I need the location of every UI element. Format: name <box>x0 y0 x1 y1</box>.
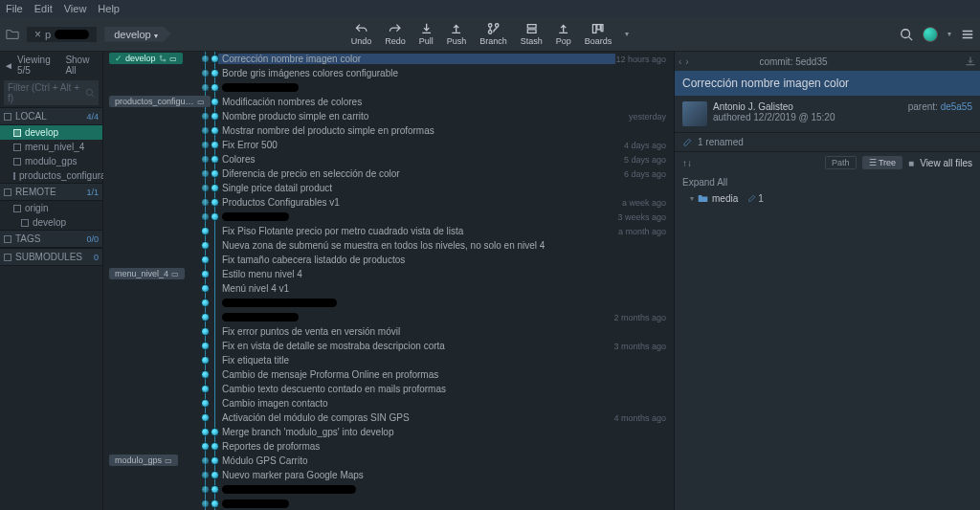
commit-list[interactable]: ✓develop ▭Corrección nombre imagen color… <box>103 52 674 510</box>
commit-row[interactable]: Cambio de mensaje Proforma Online en pro… <box>103 367 674 382</box>
sidebar-section-tags[interactable]: TAGS0/0 <box>0 230 102 248</box>
expand-all[interactable]: Expand All <box>675 173 980 191</box>
commit-message: Módulo GPS Carrito <box>218 455 674 466</box>
svg-rect-5 <box>602 25 604 32</box>
redo-button[interactable]: Redo <box>385 22 406 46</box>
sidebar-section-local[interactable]: LOCAL4/4 <box>0 107 102 125</box>
branch-tag[interactable]: ✓develop ▭ <box>109 53 183 64</box>
commit-row[interactable]: Fix error puntos de venta en versión móv… <box>103 324 674 339</box>
next-commit-icon[interactable]: › <box>685 56 688 67</box>
commit-time: 3 months ago <box>613 342 674 351</box>
branch-button[interactable]: Branch <box>479 22 507 46</box>
commit-row[interactable]: Fix Error 5004 days ago <box>103 138 674 152</box>
commit-hash: 5edd35 <box>795 56 827 67</box>
commit-row[interactable]: Colores5 days ago <box>103 152 674 166</box>
branch-tag[interactable]: productos_configu… ▭ <box>109 96 211 107</box>
commit-message: Borde gris imágenes colores configurable <box>218 68 674 78</box>
sort-icon[interactable]: ↑↓ <box>682 158 692 168</box>
boards-chevron-icon[interactable]: ▾ <box>625 30 629 38</box>
branch-tag[interactable]: modulo_gps ▭ <box>109 455 178 466</box>
sidebar-item-modulo-gps[interactable]: modulo_gps <box>0 154 102 168</box>
commit-row[interactable]: Fix Piso Flotante precio por metro cuadr… <box>103 224 674 238</box>
commit-row[interactable] <box>103 296 674 310</box>
commit-row[interactable]: Diferencia de precio en selección de col… <box>103 166 674 181</box>
commit-row[interactable]: Fix en vista de detalle se mostraba desc… <box>103 339 674 353</box>
tree-toggle[interactable]: ☰ Tree <box>862 156 903 169</box>
commit-time: a week ago <box>622 198 674 208</box>
filter-input[interactable]: Filter (Ctrl + Alt + f) <box>4 80 99 105</box>
pop-button[interactable]: Pop <box>556 22 571 46</box>
parent-hash[interactable]: de5a55 <box>941 101 972 112</box>
repo-tab[interactable]: × p <box>27 27 97 42</box>
commit-row[interactable]: Cambio imagen contacto <box>103 396 674 410</box>
prev-commit-icon[interactable]: ‹ <box>679 56 681 67</box>
commit-message: Nueva zona de submenú se muestra en todo… <box>218 240 674 251</box>
commit-row[interactable]: Mostrar nombre del producto simple en pr… <box>103 123 674 138</box>
close-icon[interactable]: × <box>34 28 41 41</box>
sidebar-section-remote[interactable]: REMOTE1/1 <box>0 183 102 201</box>
commit-row[interactable]: Borde gris imágenes colores configurable <box>103 66 674 80</box>
commit-row[interactable]: Activación del módulo de compras SIN GPS… <box>103 410 674 425</box>
branch-tag[interactable]: menu_nivel_4 ▭ <box>109 268 185 279</box>
commit-row[interactable]: menu_nivel_4 ▭Estilo menu nivel 4 <box>103 267 674 281</box>
commit-message <box>218 313 613 322</box>
commit-row[interactable]: Fix etiqueta title <box>103 353 674 367</box>
commit-row[interactable] <box>103 80 674 95</box>
commit-row[interactable]: Single price datail product <box>103 181 674 195</box>
show-all-link[interactable]: Show All <box>65 55 99 76</box>
commit-row[interactable]: Nuevo marker para Google Maps <box>103 468 674 482</box>
sidebar-item-menu-nivel-4[interactable]: menu_nivel_4 <box>0 140 102 154</box>
commit-row[interactable]: 2 months ago <box>103 310 674 324</box>
back-icon[interactable]: ◄ <box>4 60 13 71</box>
avatar-chevron-icon[interactable]: ▾ <box>947 30 951 38</box>
menu-view[interactable]: View <box>64 3 87 14</box>
commit-row[interactable]: Productos Configurables v1a week ago <box>103 195 674 210</box>
commit-row[interactable]: Cambio texto descuento contado en mails … <box>103 382 674 396</box>
menu-help[interactable]: Help <box>98 3 120 14</box>
branch-breadcrumb[interactable]: develop ▾ <box>104 27 171 42</box>
commit-time: 4 months ago <box>613 413 674 423</box>
path-toggle[interactable]: Path <box>825 156 857 169</box>
commit-row[interactable] <box>103 482 674 497</box>
commit-row[interactable]: Nombre producto simple en carritoyesterd… <box>103 109 674 123</box>
commit-row[interactable]: Menú nivel 4 v1 <box>103 281 674 296</box>
commit-message: Estilo menu nivel 4 <box>218 269 674 279</box>
file-tree-item[interactable]: ▾ media 1 <box>675 191 980 206</box>
stash-button[interactable]: Stash <box>521 22 543 46</box>
commit-message: Cambio imagen contacto <box>218 398 674 409</box>
commit-row[interactable]: modulo_gps ▭Módulo GPS Carrito <box>103 454 674 468</box>
commit-row[interactable]: Merge branch 'modulo_gps' into develop <box>103 425 674 439</box>
undo-button[interactable]: Undo <box>351 22 372 46</box>
commit-row[interactable] <box>103 497 674 510</box>
push-button[interactable]: Push <box>447 22 467 46</box>
commit-row[interactable]: Nueva zona de submenú se muestra en todo… <box>103 238 674 253</box>
sidebar-section-submodules[interactable]: SUBMODULES0 <box>0 248 102 266</box>
commit-row[interactable]: Reportes de proformas <box>103 439 674 454</box>
commit-details: ‹ › commit: 5edd35 Corrección nombre ima… <box>674 52 980 510</box>
download-icon[interactable] <box>965 55 976 67</box>
commit-message: Fix tamaño cabecera listaddo de producto… <box>218 255 674 265</box>
commit-time: 4 days ago <box>624 141 674 150</box>
sidebar-item-origin[interactable]: origin <box>0 201 102 215</box>
filter-search-icon <box>85 88 95 98</box>
commit-message: Fix etiqueta title <box>218 355 674 366</box>
search-icon[interactable] <box>900 28 913 41</box>
folder-icon[interactable] <box>6 28 19 41</box>
menu-file[interactable]: File <box>6 3 23 14</box>
commit-row[interactable]: 3 weeks ago <box>103 210 674 224</box>
sidebar-item-productos-configurables[interactable]: productos_configurables <box>0 168 102 183</box>
view-all-files[interactable]: View all files <box>920 158 972 168</box>
hamburger-icon[interactable] <box>961 28 974 41</box>
user-avatar[interactable] <box>923 27 938 42</box>
pull-button[interactable]: Pull <box>419 22 434 46</box>
author-avatar <box>682 101 707 126</box>
commit-row[interactable]: ✓develop ▭Corrección nombre imagen color… <box>103 52 674 66</box>
commit-message: Diferencia de precio en selección de col… <box>218 168 624 179</box>
commit-row[interactable]: Fix tamaño cabecera listaddo de producto… <box>103 253 674 267</box>
commit-row[interactable]: productos_configu… ▭Modificación nombres… <box>103 95 674 109</box>
boards-button[interactable]: Boards <box>585 22 612 46</box>
sidebar-item-develop[interactable]: develop <box>0 125 102 140</box>
svg-point-7 <box>86 89 92 95</box>
sidebar-item-develop[interactable]: develop <box>0 215 102 230</box>
menu-edit[interactable]: Edit <box>34 3 53 14</box>
